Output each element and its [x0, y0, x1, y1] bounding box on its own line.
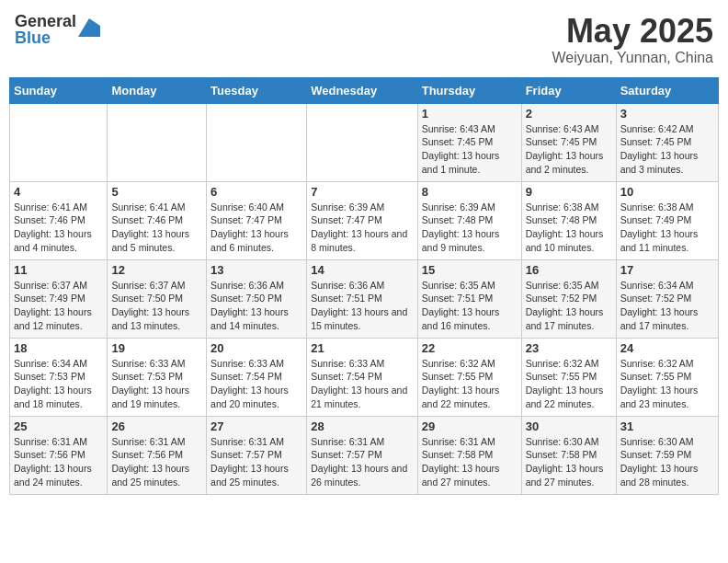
calendar-week-5: 25Sunrise: 6:31 AMSunset: 7:56 PMDayligh… [10, 416, 719, 494]
month-title: May 2025 [552, 13, 713, 50]
day-info: Sunrise: 6:37 AMSunset: 7:49 PMDaylight:… [14, 279, 103, 333]
day-info: Sunrise: 6:41 AMSunset: 7:46 PMDaylight:… [14, 201, 103, 255]
day-info: Sunrise: 6:33 AMSunset: 7:54 PMDaylight:… [311, 357, 414, 411]
calendar-cell: 26Sunrise: 6:31 AMSunset: 7:56 PMDayligh… [108, 416, 207, 494]
day-number: 8 [422, 185, 518, 199]
day-info: Sunrise: 6:32 AMSunset: 7:55 PMDaylight:… [620, 357, 714, 411]
weekday-header-wednesday: Wednesday [307, 77, 418, 103]
day-number: 17 [620, 263, 714, 277]
weekday-header-thursday: Thursday [417, 77, 521, 103]
day-info: Sunrise: 6:31 AMSunset: 7:58 PMDaylight:… [422, 435, 518, 489]
day-info: Sunrise: 6:40 AMSunset: 7:47 PMDaylight:… [210, 201, 302, 255]
page-header: General Blue May 2025 Weiyuan, Yunnan, C… [9, 9, 719, 70]
logo-blue-text: Blue [15, 29, 76, 46]
day-info: Sunrise: 6:32 AMSunset: 7:55 PMDaylight:… [422, 357, 518, 411]
day-info: Sunrise: 6:43 AMSunset: 7:45 PMDaylight:… [526, 122, 612, 177]
day-info: Sunrise: 6:33 AMSunset: 7:53 PMDaylight:… [111, 357, 202, 411]
day-number: 9 [526, 185, 612, 199]
calendar-cell [207, 103, 307, 181]
day-info: Sunrise: 6:31 AMSunset: 7:57 PMDaylight:… [210, 435, 302, 489]
calendar-cell: 13Sunrise: 6:36 AMSunset: 7:50 PMDayligh… [207, 259, 307, 338]
day-number: 24 [620, 341, 714, 355]
day-info: Sunrise: 6:41 AMSunset: 7:46 PMDaylight:… [111, 201, 202, 255]
day-number: 7 [311, 185, 414, 199]
day-number: 5 [111, 185, 202, 199]
day-number: 12 [111, 263, 202, 277]
calendar-cell: 28Sunrise: 6:31 AMSunset: 7:57 PMDayligh… [307, 416, 418, 494]
day-number: 16 [526, 263, 612, 277]
day-number: 22 [422, 341, 518, 355]
day-info: Sunrise: 6:38 AMSunset: 7:49 PMDaylight:… [620, 201, 714, 255]
day-number: 21 [311, 341, 414, 355]
calendar-cell: 18Sunrise: 6:34 AMSunset: 7:53 PMDayligh… [10, 338, 108, 416]
weekday-header-friday: Friday [521, 77, 616, 103]
calendar-cell: 24Sunrise: 6:32 AMSunset: 7:55 PMDayligh… [616, 338, 718, 416]
day-info: Sunrise: 6:34 AMSunset: 7:53 PMDaylight:… [14, 357, 103, 411]
day-info: Sunrise: 6:31 AMSunset: 7:56 PMDaylight:… [111, 435, 202, 489]
calendar-cell: 19Sunrise: 6:33 AMSunset: 7:53 PMDayligh… [108, 338, 207, 416]
calendar-cell: 9Sunrise: 6:38 AMSunset: 7:48 PMDaylight… [521, 181, 616, 259]
day-number: 27 [210, 419, 302, 433]
calendar-cell: 3Sunrise: 6:42 AMSunset: 7:45 PMDaylight… [616, 103, 718, 181]
day-info: Sunrise: 6:42 AMSunset: 7:45 PMDaylight:… [620, 122, 714, 177]
day-info: Sunrise: 6:39 AMSunset: 7:47 PMDaylight:… [311, 201, 414, 255]
title-block: May 2025 Weiyuan, Yunnan, China [552, 13, 713, 66]
calendar-cell [307, 103, 418, 181]
day-number: 13 [210, 263, 302, 277]
calendar-week-2: 4Sunrise: 6:41 AMSunset: 7:46 PMDaylight… [10, 181, 719, 259]
day-number: 29 [422, 419, 518, 433]
day-number: 14 [311, 263, 414, 277]
day-info: Sunrise: 6:31 AMSunset: 7:56 PMDaylight:… [14, 435, 103, 489]
day-info: Sunrise: 6:35 AMSunset: 7:52 PMDaylight:… [526, 279, 612, 333]
day-number: 6 [210, 185, 302, 199]
calendar-cell: 14Sunrise: 6:36 AMSunset: 7:51 PMDayligh… [307, 259, 418, 338]
weekday-header-row: SundayMondayTuesdayWednesdayThursdayFrid… [10, 77, 719, 103]
day-number: 2 [526, 107, 612, 121]
day-number: 30 [526, 419, 612, 433]
weekday-header-sunday: Sunday [10, 77, 108, 103]
calendar-cell [10, 103, 108, 181]
day-info: Sunrise: 6:36 AMSunset: 7:51 PMDaylight:… [311, 279, 414, 333]
day-info: Sunrise: 6:43 AMSunset: 7:45 PMDaylight:… [422, 122, 518, 177]
calendar-cell: 15Sunrise: 6:35 AMSunset: 7:51 PMDayligh… [417, 259, 521, 338]
day-info: Sunrise: 6:32 AMSunset: 7:55 PMDaylight:… [526, 357, 612, 411]
day-info: Sunrise: 6:37 AMSunset: 7:50 PMDaylight:… [111, 279, 202, 333]
day-info: Sunrise: 6:39 AMSunset: 7:48 PMDaylight:… [422, 201, 518, 255]
calendar-cell: 11Sunrise: 6:37 AMSunset: 7:49 PMDayligh… [10, 259, 108, 338]
day-number: 31 [620, 419, 714, 433]
weekday-header-saturday: Saturday [616, 77, 718, 103]
calendar-cell: 4Sunrise: 6:41 AMSunset: 7:46 PMDaylight… [10, 181, 108, 259]
day-number: 18 [14, 341, 103, 355]
calendar-cell: 27Sunrise: 6:31 AMSunset: 7:57 PMDayligh… [207, 416, 307, 494]
calendar-cell: 6Sunrise: 6:40 AMSunset: 7:47 PMDaylight… [207, 181, 307, 259]
calendar-cell: 2Sunrise: 6:43 AMSunset: 7:45 PMDaylight… [521, 103, 616, 181]
logo: General Blue [15, 13, 100, 46]
calendar-cell: 17Sunrise: 6:34 AMSunset: 7:52 PMDayligh… [616, 259, 718, 338]
calendar-cell: 22Sunrise: 6:32 AMSunset: 7:55 PMDayligh… [417, 338, 521, 416]
calendar-week-3: 11Sunrise: 6:37 AMSunset: 7:49 PMDayligh… [10, 259, 719, 338]
calendar-table: SundayMondayTuesdayWednesdayThursdayFrid… [9, 77, 719, 495]
calendar-cell: 5Sunrise: 6:41 AMSunset: 7:46 PMDaylight… [108, 181, 207, 259]
calendar-cell: 16Sunrise: 6:35 AMSunset: 7:52 PMDayligh… [521, 259, 616, 338]
svg-marker-0 [78, 18, 100, 37]
calendar-cell: 12Sunrise: 6:37 AMSunset: 7:50 PMDayligh… [108, 259, 207, 338]
day-info: Sunrise: 6:34 AMSunset: 7:52 PMDaylight:… [620, 279, 714, 333]
calendar-cell [108, 103, 207, 181]
calendar-cell: 10Sunrise: 6:38 AMSunset: 7:49 PMDayligh… [616, 181, 718, 259]
day-number: 11 [14, 263, 103, 277]
day-number: 26 [111, 419, 202, 433]
day-number: 4 [14, 185, 103, 199]
calendar-cell: 23Sunrise: 6:32 AMSunset: 7:55 PMDayligh… [521, 338, 616, 416]
day-info: Sunrise: 6:33 AMSunset: 7:54 PMDaylight:… [210, 357, 302, 411]
day-info: Sunrise: 6:35 AMSunset: 7:51 PMDaylight:… [422, 279, 518, 333]
day-number: 1 [422, 107, 518, 121]
calendar-cell: 29Sunrise: 6:31 AMSunset: 7:58 PMDayligh… [417, 416, 521, 494]
day-number: 19 [111, 341, 202, 355]
day-info: Sunrise: 6:38 AMSunset: 7:48 PMDaylight:… [526, 201, 612, 255]
calendar-cell: 8Sunrise: 6:39 AMSunset: 7:48 PMDaylight… [417, 181, 521, 259]
logo-icon [78, 18, 100, 40]
calendar-cell: 1Sunrise: 6:43 AMSunset: 7:45 PMDaylight… [417, 103, 521, 181]
day-number: 25 [14, 419, 103, 433]
calendar-cell: 25Sunrise: 6:31 AMSunset: 7:56 PMDayligh… [10, 416, 108, 494]
day-number: 10 [620, 185, 714, 199]
